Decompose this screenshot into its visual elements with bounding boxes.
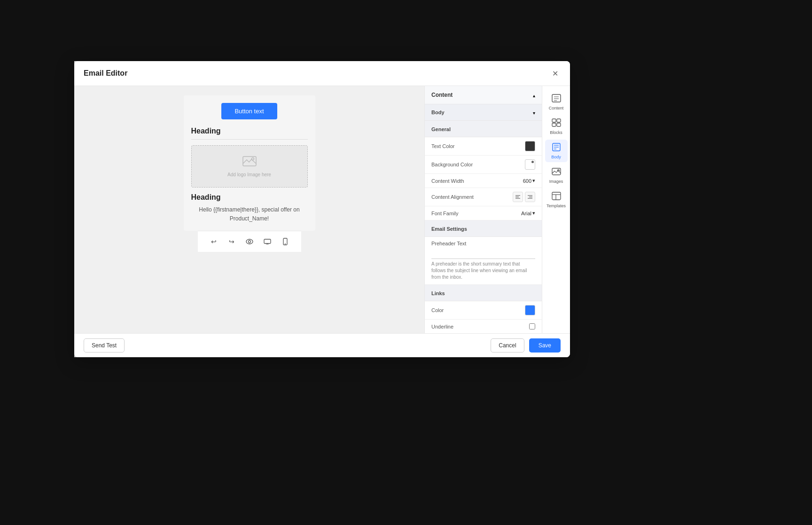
blocks-icon <box>552 118 561 129</box>
svg-rect-22 <box>557 123 561 126</box>
content-section-header[interactable]: Content <box>425 86 542 104</box>
bg-color-label: Background Color <box>431 162 525 167</box>
content-icon <box>552 94 561 104</box>
text-color-row: Text Color <box>425 137 542 156</box>
email-heading-2: Heading <box>184 193 315 205</box>
svg-rect-15 <box>552 94 561 102</box>
close-button[interactable]: ✕ <box>549 68 561 79</box>
content-width-value: 600 <box>523 178 531 184</box>
email-heading-1: Heading <box>184 127 315 139</box>
general-title: General <box>431 126 451 132</box>
underline-row: Underline <box>425 320 542 333</box>
alignment-group <box>513 192 535 202</box>
align-left-button[interactable] <box>513 192 523 202</box>
svg-rect-4 <box>264 239 271 243</box>
content-collapse-icon <box>533 91 535 99</box>
email-editor-dialog: Email Editor ✕ Button text Heading <box>74 61 570 357</box>
bg-color-swatch[interactable] <box>525 159 535 170</box>
properties-panel: Content Body General Text Color <box>424 86 542 333</box>
align-right-button[interactable] <box>525 192 535 202</box>
preview-button[interactable]: Button text <box>221 103 277 119</box>
images-icon <box>552 167 561 178</box>
svg-rect-21 <box>552 123 556 126</box>
mobile-view-button[interactable] <box>279 235 292 248</box>
dialog-title: Email Editor <box>84 69 127 78</box>
sidebar-images-button[interactable]: Images <box>545 164 568 187</box>
preheader-label: Preheader Text <box>431 241 535 246</box>
svg-point-2 <box>246 239 253 244</box>
body-collapse-icon <box>533 108 535 117</box>
preview-toggle-button[interactable] <box>243 235 256 248</box>
preheader-hint: A preheader is the short summary text th… <box>431 261 535 281</box>
font-family-value: Arial <box>521 211 531 216</box>
email-divider <box>191 139 308 140</box>
email-button-section: Button text <box>184 95 315 127</box>
sidebar-body-button[interactable]: Body <box>545 140 568 162</box>
redo-button[interactable]: ↪ <box>225 235 238 248</box>
content-alignment-row: Content Alignment <box>425 188 542 206</box>
links-color-label: Color <box>431 307 525 313</box>
dialog-footer: Send Test Cancel Save <box>74 333 570 357</box>
svg-rect-20 <box>557 119 561 122</box>
cancel-button[interactable]: Cancel <box>491 338 524 353</box>
email-body-text: Hello {{firstname|there}}, special offer… <box>184 205 315 231</box>
icon-sidebar: Content Blocks <box>542 86 570 333</box>
svg-point-3 <box>248 241 250 243</box>
body-subsection-title: Body <box>431 110 445 115</box>
sidebar-content-button[interactable]: Content <box>545 91 568 113</box>
sidebar-content-label: Content <box>549 106 564 110</box>
underline-label: Underline <box>431 324 529 329</box>
text-color-swatch[interactable] <box>525 141 535 151</box>
desktop-view-button[interactable] <box>261 235 274 248</box>
svg-rect-29 <box>552 192 561 200</box>
templates-icon <box>552 192 561 202</box>
swatch-dot <box>531 161 534 163</box>
general-section-header: General <box>425 121 542 137</box>
svg-point-1 <box>251 157 254 160</box>
links-color-row: Color <box>425 301 542 320</box>
font-family-label: Font Family <box>431 211 521 216</box>
content-section-title: Content <box>431 92 453 98</box>
footer-actions: Cancel Save <box>491 338 561 353</box>
underline-checkbox[interactable] <box>529 323 535 329</box>
image-icon <box>242 156 257 169</box>
content-alignment-label: Content Alignment <box>431 194 513 200</box>
content-width-row: Content Width 600 ▾ <box>425 174 542 188</box>
sidebar-blocks-label: Blocks <box>550 130 562 135</box>
dialog-body: Button text Heading <box>74 86 570 333</box>
sidebar-blocks-button[interactable]: Blocks <box>545 115 568 138</box>
content-width-label: Content Width <box>431 178 523 184</box>
font-family-dropdown[interactable]: Arial ▾ <box>521 210 535 216</box>
undo-button[interactable]: ↩ <box>207 235 220 248</box>
font-family-chevron: ▾ <box>532 210 535 216</box>
svg-point-8 <box>285 243 286 244</box>
sidebar-images-label: Images <box>549 179 563 184</box>
send-test-button[interactable]: Send Test <box>84 338 125 353</box>
content-width-dropdown[interactable]: 600 ▾ <box>523 178 535 184</box>
body-icon <box>552 143 561 153</box>
sidebar-templates-label: Templates <box>547 204 566 208</box>
links-color-swatch[interactable] <box>525 305 535 315</box>
save-button[interactable]: Save <box>529 338 561 353</box>
sidebar-body-label: Body <box>551 155 561 159</box>
links-section-header: Links <box>425 285 542 301</box>
sidebar-templates-button[interactable]: Templates <box>545 188 568 211</box>
bg-color-row: Background Color <box>425 156 542 174</box>
email-settings-title: Email Settings <box>431 226 467 232</box>
canvas-toolbar: ↩ ↪ <box>198 231 301 252</box>
svg-rect-19 <box>552 119 556 122</box>
app-wrapper: Campaign Builder → ⏱ wait for 2 days → →… <box>0 0 812 525</box>
email-logo-area[interactable]: Add logo Image here <box>191 145 308 188</box>
canvas-area: Button text Heading <box>74 86 424 333</box>
preheader-row: Preheader Text A preheader is the short … <box>425 237 542 285</box>
content-width-chevron: ▾ <box>532 178 535 184</box>
preheader-input[interactable] <box>431 249 535 259</box>
dialog-header: Email Editor ✕ <box>74 61 570 86</box>
links-title: Links <box>431 290 445 296</box>
body-subsection-header[interactable]: Body <box>425 104 542 121</box>
font-family-row: Font Family Arial ▾ <box>425 206 542 220</box>
email-settings-header: Email Settings <box>425 220 542 237</box>
text-color-label: Text Color <box>431 143 525 149</box>
logo-placeholder-text: Add logo Image here <box>227 172 271 177</box>
email-preview: Button text Heading <box>184 95 315 231</box>
